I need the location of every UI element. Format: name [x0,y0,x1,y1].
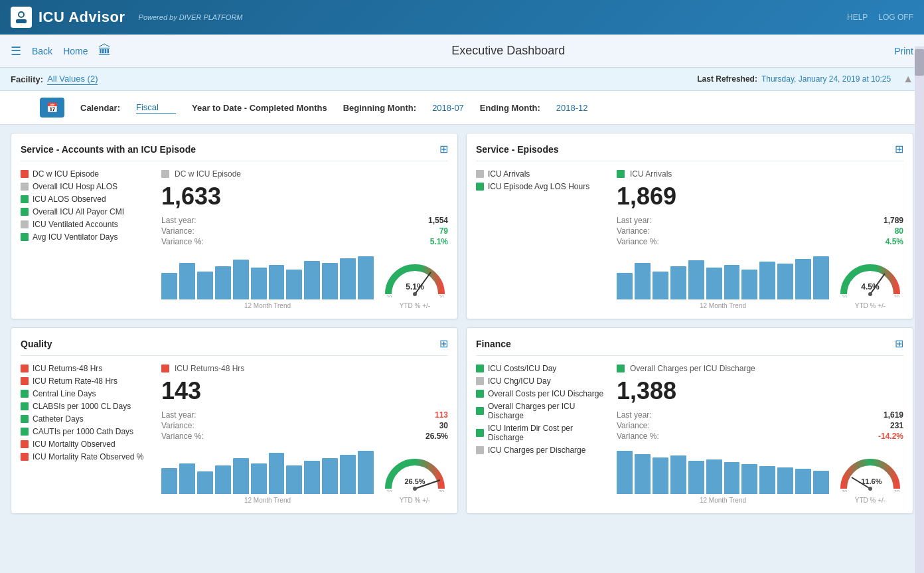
bar [813,471,829,494]
legend-dot-green [21,208,29,216]
service-episodes-grid-icon[interactable]: ⊞ [895,143,903,155]
legend-item-chg-day[interactable]: ICU Chg/ICU Day [476,376,609,386]
legend-item-icu-alos[interactable]: ICU ALOS Observed [21,195,153,204]
back-button[interactable]: Back [32,46,52,56]
legend-item-overall-alos[interactable]: Overall ICU Hosp ALOS [21,182,153,191]
legend-item-costs-day[interactable]: ICU Costs/ICU Day [476,364,609,373]
legend-item-mortality-rate[interactable]: ICU Mortality Rate Observed % [21,452,153,461]
legend-label: Overall Charges per ICU Discharge [488,402,609,420]
stat-variance-pct: Variance %: 5.1% [161,237,448,246]
legend-item-charges-discharge[interactable]: ICU Charges per Discharge [476,446,609,455]
metric-value: 1,869 [617,183,903,210]
legend-item-mortality-observed[interactable]: ICU Mortality Observed [21,440,153,449]
svg-text:26.5%: 26.5% [404,477,425,485]
bar [688,461,704,494]
legend-item-ventilated[interactable]: ICU Ventilated Accounts [21,220,153,229]
trend-label: 12 Month Trend [161,497,374,504]
last-year-value: 1,789 [884,216,903,225]
metric-dot [161,170,169,178]
bar [795,259,811,299]
svg-point-17 [413,487,417,491]
legend-item-clabsis[interactable]: CLABSIs per 1000 CL Days [21,402,153,411]
legend-label: CAUTIs per 1000 Cath Days [33,427,133,436]
legend-label: ICU Costs/ICU Day [488,364,556,373]
facility-value[interactable]: All Values (2) [47,74,98,85]
legend-item-ventilator-days[interactable]: Avg ICU Ventilator Days [21,232,153,242]
bar [759,262,775,299]
service-episodes-body: ICU Arrivals ICU Episode Avg LOS Hours I… [476,169,903,309]
bar [197,272,213,299]
bar [777,467,793,494]
legend-item-cmi[interactable]: Overall ICU All Payor CMI [21,207,153,216]
variance-value: 80 [895,226,903,236]
charts-row: 12 Month Trend [617,253,903,309]
legend-label: DC w ICU Episode [33,169,99,179]
metric-stats: Last year: 1,619 Variance: 231 Variance … [617,410,903,441]
gauge-svg: 4.5% -20 20 [837,258,903,297]
bar [251,268,267,299]
legend-item-overall-charges[interactable]: Overall Charges per ICU Discharge [476,402,609,420]
service-accounts-grid-icon[interactable]: ⊞ [439,143,448,155]
svg-point-7 [413,292,417,296]
legend-item-cautis[interactable]: CAUTIs per 1000 Cath Days [21,427,153,436]
stat-variance: Variance: 231 [617,421,903,430]
nav-bar: ☰ Back Home 🏛 Executive Dashboard Print [0,35,924,68]
svg-text:-20: -20 [385,489,392,492]
stat-variance: Variance: 79 [161,226,448,236]
calendar-value[interactable]: Fiscal [136,102,176,114]
scrollbar[interactable] [915,46,924,522]
bar [670,455,686,494]
legend-dot-red [21,453,29,461]
metric-header: ICU Arrivals [617,169,903,179]
scroll-up-icon[interactable]: ▲ [903,73,913,85]
service-accounts-title: Service - Accounts with an ICU Episode [21,144,196,155]
gauge-container: 26.5% -20 20 YTD % +/- [382,452,448,504]
legend-item-central-line[interactable]: Central Line Days [21,389,153,398]
gauge-svg: 26.5% -20 20 [382,452,448,492]
finance-grid-icon[interactable]: ⊞ [895,337,903,350]
gauge-container: 5.1% -20 20 YTD % +/- [382,258,448,309]
logout-link[interactable]: LOG OFF [878,13,913,22]
bar [706,459,722,494]
metric-label: DC w ICU Episode [175,169,241,179]
legend-item-return-rate[interactable]: ICU Return Rate-48 Hrs [21,376,153,386]
quality-metrics: ICU Returns-48 Hrs 143 Last year: 113 Va… [161,364,448,504]
app-title: ICU Advisor [38,9,125,26]
svg-text:20: 20 [439,489,444,492]
help-link[interactable]: HELP [847,13,868,22]
quality-header: Quality ⊞ [21,337,448,356]
bar [322,263,338,299]
bar [269,265,285,299]
bar [635,263,651,299]
print-button[interactable]: Print [894,46,913,56]
legend-dot-green [21,402,29,410]
hamburger-icon[interactable]: ☰ [11,44,21,58]
metric-value: 143 [161,377,448,405]
legend-dot-green [476,390,484,398]
home-building-icon: 🏛 [98,43,112,58]
stat-variance-pct: Variance %: 4.5% [617,237,903,246]
legend-label: ICU Returns-48 Hrs [33,364,102,373]
bar [179,263,195,299]
finance-metrics: Overall Charges per ICU Discharge 1,388 … [617,364,903,504]
legend-item-interim-dir[interactable]: ICU Interim Dir Cost per Discharge [476,424,609,442]
gauge-svg: 5.1% -20 20 [382,258,448,297]
legend-item-los-hours[interactable]: ICU Episode Avg LOS Hours [476,182,609,191]
legend-item-catheter[interactable]: Catheter Days [21,414,153,424]
home-button[interactable]: Home [63,46,88,56]
legend-item-arrivals[interactable]: ICU Arrivals [476,169,609,179]
scroll-thumb[interactable] [915,49,924,76]
legend-item-returns-48[interactable]: ICU Returns-48 Hrs [21,364,153,373]
legend-dot-green [476,183,484,191]
bar [215,465,231,494]
legend-label: ICU Charges per Discharge [488,446,585,455]
bar-chart-container: 12 Month Trend [617,448,829,504]
quality-grid-icon[interactable]: ⊞ [439,337,448,350]
legend-item-dc-icu[interactable]: DC w ICU Episode [21,169,153,179]
bar [724,462,740,494]
legend-label: ICU Ventilated Accounts [33,220,118,229]
legend-dot-gray [21,220,29,228]
legend-item-overall-costs[interactable]: Overall Costs per ICU Discharge [476,389,609,398]
legend-dot-gray [476,377,484,385]
legend-label: ICU Mortality Observed [33,440,116,449]
